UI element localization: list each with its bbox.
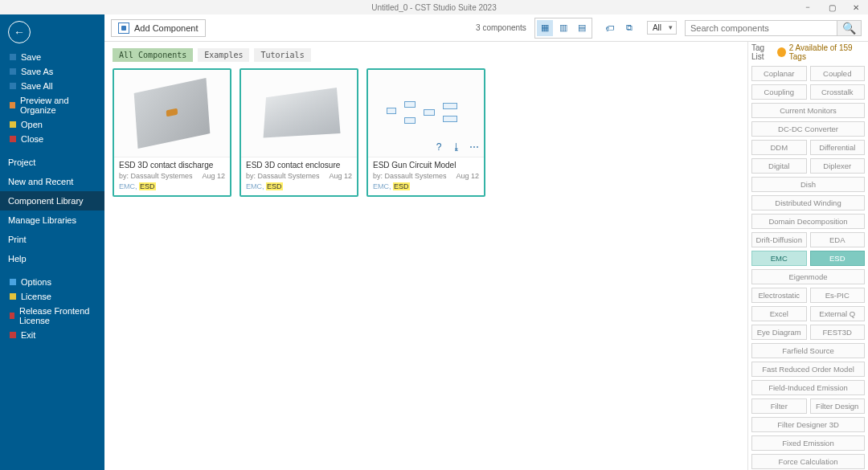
sidebar-item-label: Release Frontend License <box>19 306 96 325</box>
card-date: Aug 12 <box>456 172 479 180</box>
tab-examples[interactable]: Examples <box>198 48 249 62</box>
view-options: ▦ ▥ ▤ <box>534 18 592 39</box>
bullet-icon <box>10 121 16 128</box>
tag-panel-heading: Tag List <box>751 43 777 61</box>
sidebar-section-manage-libraries[interactable]: Manage Libraries <box>0 210 104 230</box>
tag-panel: Tag List 2 Available of 159 Tags Coplana… <box>747 42 868 470</box>
sidebar-section-component-library[interactable]: Component Library <box>0 191 104 210</box>
bulk-tool-icon[interactable]: ⧉ <box>621 20 637 36</box>
sidebar-item-label: Exit <box>21 330 35 340</box>
tag-chip-coplanar[interactable]: Coplanar <box>751 66 807 81</box>
bullet-icon <box>10 68 16 75</box>
help-icon[interactable]: ? <box>432 141 445 153</box>
sidebar-item-open[interactable]: Open <box>0 117 104 132</box>
sidebar: ← SaveSave AsSave AllPreview and Organiz… <box>0 14 104 470</box>
card-author: by: Dassault Systemes <box>119 172 193 180</box>
tag-chip-dc-dc-converter[interactable]: DC-DC Converter <box>751 121 865 137</box>
tag-chip-esd[interactable]: ESD <box>810 251 866 266</box>
search-button[interactable]: 🔍 <box>837 20 862 36</box>
tag-chip-es-pic[interactable]: Es-PIC <box>810 288 866 303</box>
window-minimize[interactable]: － <box>796 0 820 14</box>
tag-chip-filter-design[interactable]: Filter Design <box>810 398 866 414</box>
tag-chip-external-q[interactable]: External Q <box>810 306 866 321</box>
sidebar-item-close[interactable]: Close <box>0 132 104 146</box>
tag-chip-crosstalk[interactable]: Crosstalk <box>810 84 866 100</box>
sidebar-item-exit[interactable]: Exit <box>0 328 104 342</box>
tag-chip-farfield-source[interactable]: Farfield Source <box>751 343 865 358</box>
sidebar-section-new-and-recent[interactable]: New and Recent <box>0 172 104 191</box>
tag-chip-fest3d[interactable]: FEST3D <box>810 325 866 340</box>
tag-chip-domain-decomposition[interactable]: Domain Decomposition <box>751 214 865 229</box>
tag-chip-electrostatic[interactable]: Electrostatic <box>751 288 807 303</box>
add-component-button[interactable]: Add Component <box>111 19 206 37</box>
sidebar-item-license[interactable]: License <box>0 289 104 304</box>
tab-tutorials[interactable]: Tutorials <box>254 48 310 62</box>
bullet-icon <box>10 136 16 142</box>
tag-chip-field-induced-emission[interactable]: Field-Induced Emission <box>751 380 865 395</box>
tag-chip-eye-diagram[interactable]: Eye Diagram <box>751 325 807 340</box>
bullet-icon <box>10 102 15 108</box>
view-medium-icon[interactable]: ▥ <box>555 20 571 36</box>
tag-chip-fast-reduced-order-model[interactable]: Fast Reduced Order Model <box>751 362 865 377</box>
sidebar-item-options[interactable]: Options <box>0 275 104 289</box>
sidebar-item-label: License <box>21 292 51 301</box>
tag-chip-eda[interactable]: EDA <box>810 232 866 247</box>
tag-chip-force-calculation[interactable]: Force Calculation <box>751 454 865 469</box>
sidebar-item-save[interactable]: Save <box>0 50 104 64</box>
tag-chip-distributed-winding[interactable]: Distributed Winding <box>751 195 865 210</box>
sidebar-item-label: Open <box>21 120 43 129</box>
sidebar-item-label: Save As <box>21 67 53 76</box>
tab-all-components[interactable]: All Components <box>113 48 193 62</box>
sidebar-item-preview-and-organize[interactable]: Preview and Organize <box>0 93 104 117</box>
sidebar-section-help[interactable]: Help <box>0 249 104 268</box>
card-tags: EMC, ESD <box>246 182 352 190</box>
card-date: Aug 12 <box>329 172 352 180</box>
tag-chip-current-monitors[interactable]: Current Monitors <box>751 103 865 118</box>
bullet-icon <box>10 332 16 338</box>
window-maximize[interactable]: ▢ <box>820 0 844 14</box>
card-author: by: Dassault Systemes <box>246 172 320 180</box>
card-tags: EMC, ESD <box>373 182 479 190</box>
category-tabs: All ComponentsExamplesTutorials <box>113 48 739 62</box>
tag-chip-dish[interactable]: Dish <box>751 177 865 192</box>
bullet-icon <box>10 279 16 285</box>
toolbar: Add Component 3 components ▦ ▥ ▤ 🏷 ⧉ All <box>104 14 868 42</box>
sidebar-item-release-frontend-license[interactable]: Release Frontend License <box>0 304 104 328</box>
more-icon[interactable]: ⋯ <box>468 141 481 153</box>
tag-chip-emc[interactable]: EMC <box>751 251 807 266</box>
bullet-icon <box>10 293 16 300</box>
sidebar-item-save-all[interactable]: Save All <box>0 79 104 93</box>
tag-availability: 2 Available of 159 Tags <box>789 43 865 61</box>
tag-chip-diplexer[interactable]: Diplexer <box>810 158 866 174</box>
download-icon[interactable]: ⭳ <box>450 141 463 153</box>
tag-chip-filter[interactable]: Filter <box>751 398 807 414</box>
sidebar-section-print[interactable]: Print <box>0 230 104 249</box>
component-card[interactable]: ? ⭳ ⋯ ESD Gun Circuit Model by: Dassault… <box>366 68 485 197</box>
tag-chip-coupling[interactable]: Coupling <box>751 84 807 100</box>
tag-filter-icon[interactable]: 🏷 <box>602 20 618 36</box>
tag-chip-eigenmode[interactable]: Eigenmode <box>751 269 865 284</box>
search-input[interactable] <box>685 20 837 36</box>
view-large-icon[interactable]: ▦ <box>537 20 553 36</box>
tag-chip-ddm[interactable]: DDM <box>751 140 807 155</box>
component-card[interactable]: ESD 3D contact discharge by: Dassault Sy… <box>113 68 231 197</box>
scope-filter-select[interactable]: All <box>647 21 677 35</box>
tag-chip-drift-diffusion[interactable]: Drift-Diffusion <box>751 232 807 247</box>
tag-chip-fixed-emission[interactable]: Fixed Emission <box>751 435 865 451</box>
sidebar-section-project[interactable]: Project <box>0 153 104 172</box>
card-thumbnail <box>241 70 357 157</box>
view-small-icon[interactable]: ▤ <box>574 20 590 36</box>
tag-chip-filter-designer-3d[interactable]: Filter Designer 3D <box>751 417 865 432</box>
bullet-icon <box>10 83 16 89</box>
tag-chip-coupled[interactable]: Coupled <box>810 66 866 81</box>
back-button[interactable]: ← <box>8 21 31 43</box>
tag-chip-differential[interactable]: Differential <box>810 140 866 155</box>
window-close[interactable]: ✕ <box>844 0 868 14</box>
add-component-label: Add Component <box>134 23 199 33</box>
tag-chip-digital[interactable]: Digital <box>751 158 807 174</box>
cards-area: All ComponentsExamplesTutorials ESD 3D c… <box>104 42 747 470</box>
component-card[interactable]: ESD 3D contact enclosure by: Dassault Sy… <box>240 68 358 197</box>
reset-tags-icon[interactable] <box>777 47 786 57</box>
tag-chip-excel[interactable]: Excel <box>751 306 807 321</box>
sidebar-item-save-as[interactable]: Save As <box>0 64 104 79</box>
